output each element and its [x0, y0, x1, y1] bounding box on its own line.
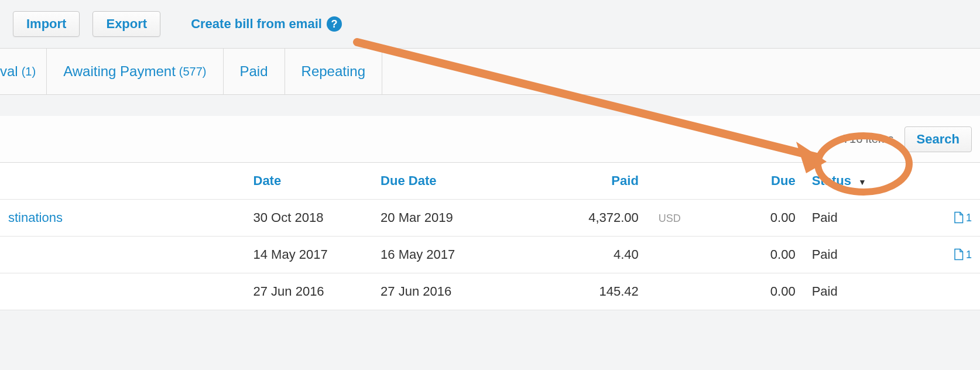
table-row: stinations30 Oct 201820 Mar 20194,372.00…	[0, 200, 980, 237]
tabs: val (1) Awaiting Payment (577) Paid Repe…	[0, 48, 980, 95]
cell-currency: USD	[647, 200, 696, 237]
tab-awaiting-payment[interactable]: Awaiting Payment (577)	[47, 49, 223, 94]
tab-paid[interactable]: Paid	[224, 49, 285, 94]
cell-due-date: 16 May 2017	[372, 237, 509, 273]
cell-currency	[647, 237, 696, 273]
cell-attach[interactable]: 1	[921, 237, 980, 273]
search-button[interactable]: Search	[904, 126, 972, 152]
toolbar: Import Export Create bill from email ?	[0, 0, 980, 48]
table-row: 14 May 201716 May 20174.400.00Paid1	[0, 237, 980, 273]
import-button[interactable]: Import	[13, 11, 80, 37]
tab-label: Awaiting Payment	[63, 63, 176, 80]
file-icon	[953, 248, 964, 261]
col-attach	[921, 163, 980, 200]
tab-count: (1)	[22, 65, 36, 78]
cell-desc[interactable]: stinations	[0, 200, 245, 237]
tab-approval[interactable]: val (1)	[0, 49, 47, 94]
create-bill-link[interactable]: Create bill from email ?	[191, 16, 342, 32]
cell-due: 0.00	[696, 200, 804, 237]
tab-label: Paid	[240, 63, 268, 80]
header-row: Date Due Date Paid Due Status ▼	[0, 163, 980, 200]
attach-count: 1	[966, 249, 972, 261]
col-desc[interactable]	[0, 163, 245, 200]
cell-status: Paid	[804, 237, 921, 273]
col-due-date[interactable]: Due Date	[372, 163, 509, 200]
tab-count: (577)	[179, 65, 207, 78]
col-status-label: Status	[812, 173, 851, 188]
tab-label: Repeating	[301, 63, 365, 80]
cell-date: 14 May 2017	[245, 237, 373, 273]
cell-due-date: 27 Jun 2016	[372, 273, 509, 310]
cell-date: 30 Oct 2018	[245, 200, 373, 237]
tab-repeating[interactable]: Repeating	[285, 49, 382, 94]
export-button[interactable]: Export	[92, 11, 160, 37]
help-icon[interactable]: ?	[327, 16, 342, 32]
col-paid[interactable]: Paid	[509, 163, 646, 200]
cell-date: 27 Jun 2016	[245, 273, 373, 310]
cell-desc	[0, 237, 245, 273]
cell-due: 0.00	[696, 273, 804, 310]
create-bill-label: Create bill from email	[191, 16, 322, 32]
cell-attach	[921, 273, 980, 310]
col-status[interactable]: Status ▼	[804, 163, 921, 200]
items-count: 716 items	[843, 132, 894, 146]
cell-paid: 4,372.00	[509, 200, 646, 237]
cell-due-date: 20 Mar 2019	[372, 200, 509, 237]
col-date[interactable]: Date	[245, 163, 373, 200]
sort-desc-icon: ▼	[858, 177, 866, 187]
midbar: 716 items Search	[0, 116, 980, 163]
attach-count: 1	[966, 212, 972, 224]
table-row: 27 Jun 201627 Jun 2016145.420.00Paid	[0, 273, 980, 310]
col-due[interactable]: Due	[696, 163, 804, 200]
col-currency	[647, 163, 696, 200]
file-icon	[953, 211, 964, 224]
cell-desc	[0, 273, 245, 310]
cell-paid: 4.40	[509, 237, 646, 273]
cell-status: Paid	[804, 200, 921, 237]
cell-status: Paid	[804, 273, 921, 310]
cell-due: 0.00	[696, 237, 804, 273]
cell-currency	[647, 273, 696, 310]
cell-attach[interactable]: 1	[921, 200, 980, 237]
bills-table: Date Due Date Paid Due Status ▼ stinatio…	[0, 163, 980, 310]
cell-paid: 145.42	[509, 273, 646, 310]
tab-label: val	[0, 63, 18, 80]
